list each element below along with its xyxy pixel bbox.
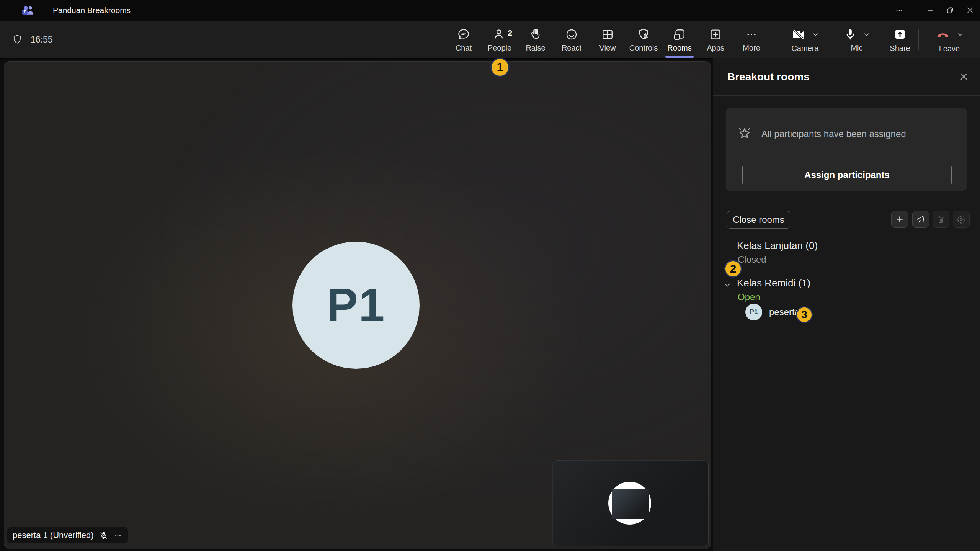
leave-button[interactable]: Leave — [919, 21, 980, 58]
delete-room-button[interactable] — [933, 211, 949, 228]
assign-participants-label: Assign participants — [804, 170, 890, 180]
video-stage: P1 peserta 1 (Unverified) — [4, 61, 711, 549]
room-settings-button[interactable] — [953, 211, 970, 228]
toolbar-device-controls: Camera Mic — [778, 21, 980, 58]
name-tag-more-icon[interactable] — [113, 531, 122, 540]
people-label: People — [488, 44, 511, 52]
more-button[interactable]: More — [733, 21, 769, 58]
meeting-timer: 16:55 — [31, 34, 53, 45]
rooms-active-indicator — [665, 56, 694, 58]
view-button[interactable]: View — [590, 21, 626, 58]
room-name: Kelas Remidi (1) — [737, 277, 810, 289]
mic-button[interactable]: Mic — [832, 21, 882, 58]
gear-icon — [956, 214, 966, 224]
camera-label: Camera — [791, 44, 818, 52]
window-title: Panduan Breakrooms — [53, 6, 131, 15]
participant-name-text: peserta 1 (Unverified) — [13, 530, 94, 540]
share-button[interactable]: Share — [882, 21, 918, 58]
leave-phone-icon — [935, 26, 951, 43]
mic-label: Mic — [851, 44, 862, 52]
annotation-marker-1: 1 — [490, 58, 510, 77]
titlebar-divider — [915, 5, 915, 16]
room-name: Kelas Lanjutan (0) — [737, 240, 818, 252]
panel-title: Breakout rooms — [727, 71, 810, 83]
controls-button[interactable]: Controls — [626, 21, 662, 58]
titlebar-controls — [889, 0, 980, 21]
camera-chevron-down-icon[interactable] — [812, 31, 819, 38]
view-label: View — [599, 44, 616, 52]
more-dots-icon — [744, 27, 759, 42]
mic-chevron-down-icon[interactable] — [863, 31, 871, 38]
react-button[interactable]: React — [554, 21, 590, 58]
close-rooms-label: Close rooms — [733, 214, 784, 225]
star-sparkle-icon — [736, 126, 753, 142]
assignment-status-row: All participants have been assigned — [726, 126, 967, 142]
people-icon — [492, 27, 507, 42]
titlebar-left: T Panduan Breakrooms — [0, 4, 131, 17]
close-rooms-button[interactable]: Close rooms — [727, 211, 790, 229]
participant-avatar-small: P1 — [745, 304, 762, 320]
people-count-badge: 2 — [508, 28, 512, 38]
controls-label: Controls — [629, 44, 658, 52]
titlebar-more-icon[interactable] — [889, 0, 909, 21]
controls-shield-gear-icon — [636, 27, 651, 42]
chat-icon — [456, 27, 471, 42]
panel-header: Breakout rooms — [713, 58, 980, 96]
participant-name-tag: peserta 1 (Unverified) — [7, 527, 128, 543]
mic-muted-icon — [98, 530, 109, 541]
rooms-label: Rooms — [667, 44, 691, 52]
megaphone-icon — [916, 214, 926, 224]
annotation-marker-2: 2 — [724, 260, 742, 278]
titlebar: T Panduan Breakrooms — [0, 0, 980, 21]
assign-participants-button[interactable]: Assign participants — [742, 165, 952, 185]
room-expand-chevron-icon[interactable] — [723, 280, 732, 289]
share-icon — [892, 27, 908, 42]
add-room-button[interactable] — [891, 211, 908, 228]
raise-label: Raise — [526, 44, 545, 52]
camera-button[interactable]: Camera — [778, 21, 832, 58]
leave-chevron-down-icon[interactable] — [956, 31, 964, 38]
self-avatar-image — [612, 489, 649, 519]
trash-icon — [936, 214, 946, 224]
room-status-open: Open — [738, 292, 760, 302]
teams-logo-icon: T — [21, 4, 34, 17]
announcement-button[interactable] — [912, 211, 929, 228]
people-button[interactable]: 2 People — [482, 21, 518, 58]
chat-button[interactable]: Chat — [446, 21, 482, 58]
apps-button[interactable]: Apps — [697, 21, 733, 58]
raise-hand-button[interactable]: Raise — [518, 21, 554, 58]
share-label: Share — [890, 44, 910, 52]
assignment-message: All participants have been assigned — [761, 129, 906, 139]
react-label: React — [562, 44, 581, 52]
self-view-tile[interactable] — [552, 460, 709, 546]
plus-icon — [895, 214, 905, 224]
panel-close-button[interactable] — [956, 69, 972, 84]
annotation-marker-3: 3 — [796, 306, 813, 323]
react-smiley-icon — [564, 27, 579, 42]
chat-label: Chat — [456, 44, 472, 52]
raise-hand-icon — [528, 27, 543, 42]
breakout-rooms-panel: Breakout rooms All participants have bee… — [713, 58, 980, 551]
toolbar-left: 16:55 — [11, 21, 53, 58]
participant-avatar-initials: P1 — [750, 308, 758, 316]
shield-icon — [11, 34, 23, 45]
toolbar-buttons: Chat 2 People — [446, 21, 769, 58]
restore-button[interactable] — [940, 0, 960, 21]
rooms-button[interactable]: Rooms — [662, 21, 697, 58]
participant-avatar-large: P1 — [292, 242, 420, 369]
assignment-card: All participants have been assigned Assi… — [726, 108, 967, 191]
mic-icon — [843, 27, 858, 42]
camera-off-icon — [791, 27, 806, 42]
view-grid-icon — [600, 27, 615, 42]
apps-icon — [708, 27, 723, 42]
minimize-button[interactable] — [920, 0, 940, 21]
leave-label: Leave — [939, 45, 960, 52]
meeting-toolbar: 16:55 Chat 2 — [0, 21, 980, 59]
rooms-icon — [672, 27, 687, 42]
close-icon — [959, 72, 969, 82]
close-button[interactable] — [960, 0, 980, 21]
apps-label: Apps — [707, 44, 724, 52]
svg-text:T: T — [24, 10, 26, 14]
more-label: More — [743, 44, 760, 52]
participant-initials: P1 — [327, 278, 385, 332]
